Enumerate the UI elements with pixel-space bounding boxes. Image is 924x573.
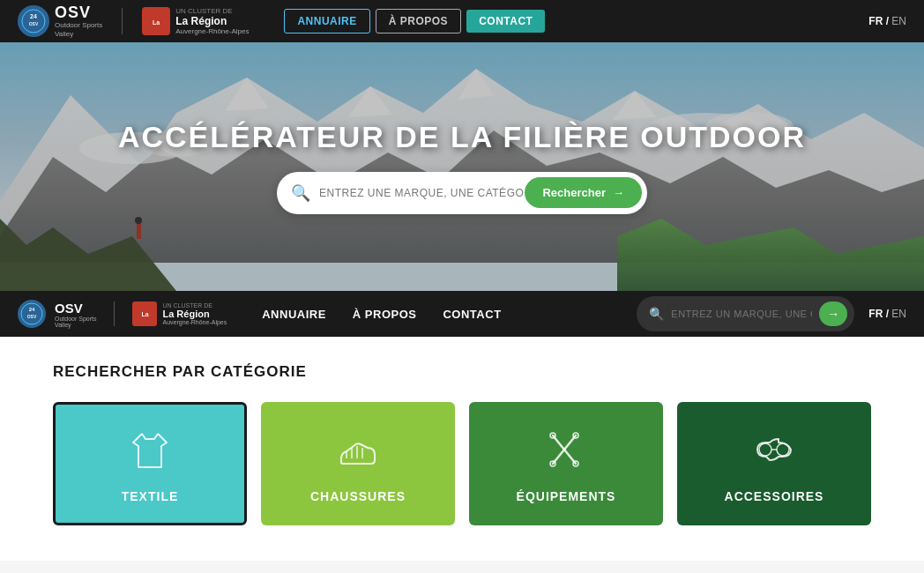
logo-area: 24 OSV OSV Outdoor Sports Valley La UN C…: [18, 4, 249, 38]
hero-section: ACCÉLÉRATEUR DE LA FILIÈRE OUTDOOR 🔍 Rec…: [0, 42, 924, 291]
nav-apropos-button[interactable]: À PROPOS: [376, 9, 461, 33]
sticky-nav-links: ANNUAIRE À PROPOS ConTACT: [262, 308, 501, 321]
category-grid: TEXTILE CHAUSSURES: [53, 402, 871, 525]
nav-contact-button[interactable]: ContACT: [466, 10, 545, 33]
sticky-search-input[interactable]: [671, 309, 812, 319]
svg-text:La: La: [153, 19, 160, 26]
category-chaussures[interactable]: CHAUSSURES: [261, 402, 455, 525]
chaussures-label: CHAUSSURES: [310, 489, 406, 503]
svg-text:24: 24: [30, 13, 37, 19]
logo-divider: [122, 8, 123, 34]
equipements-icon: [540, 424, 592, 477]
equipements-label: ÉQUIPEMENTS: [517, 489, 616, 503]
accessoires-icon: [748, 424, 801, 477]
chaussures-icon: [332, 424, 384, 477]
sticky-annuaire-link[interactable]: ANNUAIRE: [262, 308, 326, 321]
sticky-lang-fr: FR: [868, 308, 883, 320]
region-logo[interactable]: La UN CLUSTER DE La Région Auvergne-Rhôn…: [142, 7, 249, 35]
osv-text: OSV: [55, 4, 102, 22]
svg-text:OSV: OSV: [27, 314, 37, 319]
sticky-divider: [114, 301, 115, 326]
sticky-logo-area: 24 OSV OSV Outdoor Sports Valley La UN C…: [18, 300, 227, 328]
hero-overlay: ACCÉLÉRATEUR DE LA FILIÈRE OUTDOOR 🔍 Rec…: [0, 42, 924, 291]
sticky-search-bar: 🔍 →: [637, 296, 854, 331]
lang-fr: FR: [868, 15, 883, 27]
sticky-contact-link[interactable]: ConTACT: [443, 308, 501, 321]
top-navigation: 24 OSV OSV Outdoor Sports Valley La UN C…: [0, 0, 924, 42]
sticky-osv-text: OSV: [55, 301, 96, 316]
hero-search-input[interactable]: [319, 187, 525, 199]
sticky-region-logo: La UN CLUSTER DE La Région Auvergne-Rhôn…: [132, 301, 227, 326]
hero-search-button[interactable]: Rechercher →: [525, 177, 642, 208]
textile-icon: [123, 424, 176, 477]
svg-point-28: [759, 443, 771, 456]
sticky-region-pre: UN CLUSTER DE: [162, 302, 227, 309]
svg-text:OSV: OSV: [29, 21, 39, 26]
sticky-sub1: Outdoor Sports: [55, 316, 96, 322]
sticky-region-name: La Région: [162, 309, 227, 319]
category-accessoires[interactable]: ACCESSOIRES: [677, 402, 871, 525]
hero-title: ACCÉLÉRATEUR DE LA FILIÈRE OUTDOOR: [118, 120, 806, 154]
sticky-lang-sep: /: [883, 308, 891, 320]
osv-subtext2: Valley: [55, 30, 102, 39]
svg-point-29: [777, 443, 789, 456]
osv-logo-icon: 24 OSV: [18, 5, 49, 37]
search-icon: 🔍: [291, 183, 310, 203]
sticky-lang-en: EN: [891, 308, 906, 320]
nav-annuaire-button[interactable]: ANNUAIRE: [284, 9, 369, 33]
section-title: RECHERCHER PAR CATÉGORIE: [53, 363, 871, 381]
svg-text:24: 24: [29, 307, 35, 312]
sticky-apropos-link[interactable]: À PROPOS: [353, 308, 417, 321]
category-equipements[interactable]: ÉQUIPEMENTS: [469, 402, 663, 525]
category-textile[interactable]: TEXTILE: [53, 402, 247, 525]
main-content: RECHERCHER PAR CATÉGORIE TEXTILE: [0, 337, 924, 561]
region-pre: UN CLUSTER DE: [175, 7, 249, 15]
region-name: La Région: [175, 15, 249, 27]
sticky-search-button[interactable]: →: [819, 301, 847, 326]
sticky-region-sub: Auvergne-Rhône-Alpes: [162, 319, 227, 325]
osv-subtext: Outdoor Sports: [55, 22, 102, 30]
region-icon: La: [142, 7, 170, 35]
osv-logo[interactable]: 24 OSV OSV Outdoor Sports Valley: [18, 4, 102, 38]
region-sub: Auvergne-Rhône-Alpes: [175, 27, 249, 35]
sticky-sub2: Valley: [55, 322, 96, 328]
sticky-region-icon: La: [132, 301, 157, 326]
hero-search-bar: 🔍 Rechercher →: [277, 172, 647, 214]
sticky-navigation: 24 OSV OSV Outdoor Sports Valley La UN C…: [0, 291, 924, 337]
lang-en: EN: [891, 15, 906, 27]
sticky-language-switcher[interactable]: FR / EN: [868, 308, 906, 320]
sticky-search-icon: 🔍: [649, 307, 664, 321]
language-switcher[interactable]: FR / EN: [868, 15, 906, 27]
top-nav-links: ANNUAIRE À PROPOS ContACT: [284, 9, 545, 33]
lang-sep: /: [883, 15, 891, 27]
sticky-osv-icon: 24 OSV: [18, 300, 46, 328]
accessoires-label: ACCESSOIRES: [725, 489, 824, 503]
textile-label: TEXTILE: [122, 489, 179, 503]
